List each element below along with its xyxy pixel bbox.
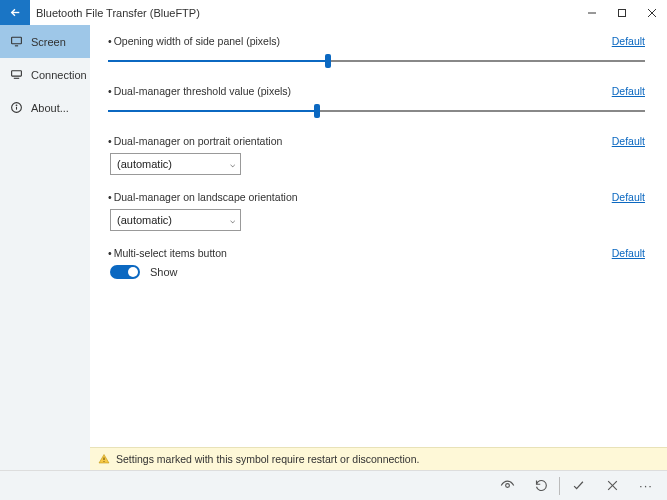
default-link[interactable]: Default bbox=[612, 35, 645, 47]
chevron-down-icon: ⌵ bbox=[230, 159, 235, 169]
app-title: Bluetooth File Transfer (BlueFTP) bbox=[36, 7, 200, 19]
sidebar-item-screen[interactable]: Screen bbox=[0, 25, 90, 58]
default-link[interactable]: Default bbox=[612, 135, 645, 147]
slider-opening-width[interactable] bbox=[108, 53, 645, 69]
settings-panel: •Opening width of side panel (pixels) De… bbox=[90, 25, 667, 447]
sidebar-item-label: Screen bbox=[31, 36, 66, 48]
warning-bar: Settings marked with this symbol require… bbox=[90, 447, 667, 470]
select-value: (automatic) bbox=[117, 214, 172, 226]
back-button[interactable] bbox=[0, 0, 30, 25]
svg-point-12 bbox=[104, 461, 105, 462]
titlebar: Bluetooth File Transfer (BlueFTP) bbox=[0, 0, 667, 25]
setting-label: •Dual-manager threshold value (pixels) bbox=[108, 85, 291, 97]
select-value: (automatic) bbox=[117, 158, 172, 170]
setting-label: •Dual-manager on portrait orientation bbox=[108, 135, 282, 147]
svg-rect-6 bbox=[12, 71, 22, 76]
separator bbox=[559, 477, 560, 495]
setting-dual-threshold: •Dual-manager threshold value (pixels) D… bbox=[108, 85, 645, 119]
select-portrait[interactable]: (automatic) ⌵ bbox=[110, 153, 241, 175]
connection-icon bbox=[10, 68, 23, 81]
monitor-icon bbox=[10, 35, 23, 48]
action-bar: ··· bbox=[0, 470, 667, 500]
setting-label: •Opening width of side panel (pixels) bbox=[108, 35, 280, 47]
svg-rect-4 bbox=[12, 37, 22, 44]
svg-rect-1 bbox=[619, 9, 626, 16]
setting-landscape: •Dual-manager on landscape orientation D… bbox=[108, 191, 645, 231]
toggle-label: Show bbox=[150, 266, 178, 278]
setting-multiselect: •Multi-select items button Default Show bbox=[108, 247, 645, 279]
apply-button[interactable] bbox=[561, 471, 595, 501]
maximize-button[interactable] bbox=[607, 0, 637, 25]
sidebar-item-connection[interactable]: Connection bbox=[0, 58, 90, 91]
toggle-multiselect[interactable] bbox=[110, 265, 140, 279]
cancel-button[interactable] bbox=[595, 471, 629, 501]
chevron-down-icon: ⌵ bbox=[230, 215, 235, 225]
setting-label: •Dual-manager on landscape orientation bbox=[108, 191, 298, 203]
slider-dual-threshold[interactable] bbox=[108, 103, 645, 119]
svg-point-10 bbox=[16, 105, 17, 106]
preview-button[interactable] bbox=[490, 471, 524, 501]
info-icon bbox=[10, 101, 23, 114]
default-link[interactable]: Default bbox=[612, 247, 645, 259]
undo-button[interactable] bbox=[524, 471, 558, 501]
close-button[interactable] bbox=[637, 0, 667, 25]
sidebar-item-label: About... bbox=[31, 102, 69, 114]
sidebar: Screen Connection About... bbox=[0, 25, 90, 470]
sidebar-item-label: Connection bbox=[31, 69, 87, 81]
minimize-button[interactable] bbox=[577, 0, 607, 25]
svg-point-13 bbox=[505, 484, 509, 488]
window-controls bbox=[577, 0, 667, 25]
default-link[interactable]: Default bbox=[612, 191, 645, 203]
select-landscape[interactable]: (automatic) ⌵ bbox=[110, 209, 241, 231]
setting-opening-width: •Opening width of side panel (pixels) De… bbox=[108, 35, 645, 69]
setting-label: •Multi-select items button bbox=[108, 247, 227, 259]
setting-portrait: •Dual-manager on portrait orientation De… bbox=[108, 135, 645, 175]
warning-text: Settings marked with this symbol require… bbox=[116, 453, 419, 465]
more-button[interactable]: ··· bbox=[629, 471, 663, 501]
warning-icon bbox=[98, 453, 110, 465]
sidebar-item-about[interactable]: About... bbox=[0, 91, 90, 124]
default-link[interactable]: Default bbox=[612, 85, 645, 97]
